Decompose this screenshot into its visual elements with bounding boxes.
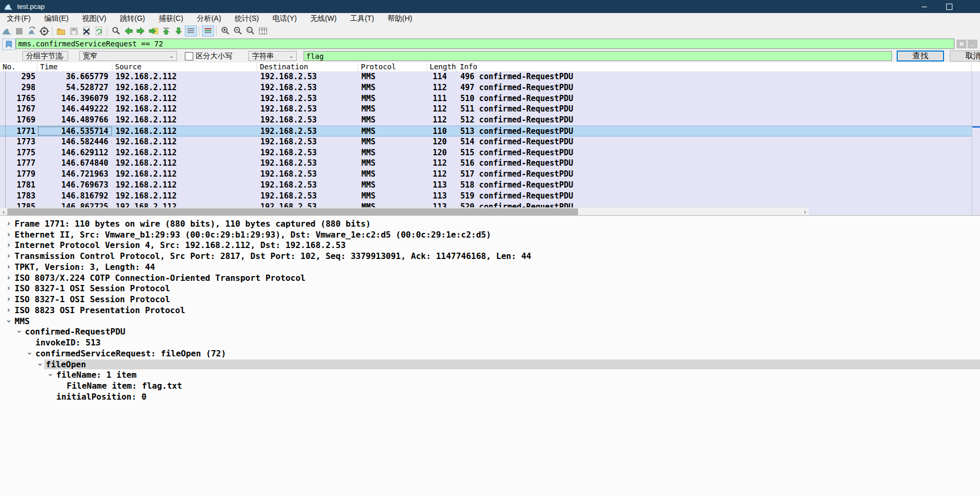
start-capture-icon[interactable] [1,26,12,36]
menu-item[interactable]: 捕获(C) [152,13,190,24]
expander-icon[interactable]: › [46,370,54,379]
detail-line[interactable]: › invokeID: 513 [0,337,980,348]
detail-line[interactable]: › MMS [0,316,980,327]
search-scope-select[interactable]: 分组字节流⌄ [22,51,68,61]
table-row[interactable]: 1785 146.862725 192.168.2.112 192.168.2.… [0,202,972,207]
detail-line[interactable]: › Frame 1771: 110 bytes on wire (880 bit… [0,218,980,229]
expander-icon[interactable]: › [4,241,13,249]
table-row[interactable]: 1783 146.816792 192.168.2.112 192.168.2.… [0,191,972,202]
table-row[interactable]: 298 54.528727 192.168.2.112 192.168.2.53… [0,82,972,93]
column-header[interactable]: Time [37,63,112,71]
detail-line[interactable]: › initialPosition: 0 [0,391,980,402]
column-header[interactable]: Destination [257,63,358,71]
filter-apply-button[interactable]: → [968,40,977,48]
detail-line[interactable]: › ISO 8327-1 OSI Session Protocol [0,283,980,294]
table-row[interactable]: 295 36.665779 192.168.2.112 192.168.2.53… [0,71,972,82]
cancel-button[interactable]: 取消 [950,51,980,61]
detail-line[interactable]: › confirmedServiceRequest: fileOpen (72) [0,348,980,359]
detail-line[interactable]: › ISO 8327-1 OSI Session Protocol [0,294,980,305]
find-button[interactable]: 查找 [897,51,944,61]
case-sensitive-checkbox[interactable] [185,52,193,60]
auto-scroll-toggle-icon[interactable] [185,26,197,36]
menu-item[interactable]: 文件(F) [0,13,37,24]
go-last-packet-icon[interactable] [172,26,184,36]
open-file-icon[interactable] [55,26,67,36]
expander-icon[interactable]: › [4,220,13,228]
expander-icon[interactable]: › [5,317,12,326]
expander-icon[interactable]: › [4,274,13,282]
column-header[interactable]: Source [112,63,257,71]
zoom-out-icon[interactable] [232,26,244,36]
table-row[interactable]: 1781 146.769673 192.168.2.112 192.168.2.… [0,180,972,191]
expander-icon[interactable]: › [4,263,13,271]
menu-item[interactable]: 统计(S) [228,13,266,24]
expander-icon[interactable]: › [4,306,13,314]
minimize-button[interactable]: ─ [912,0,936,13]
detail-line[interactable]: › Ethernet II, Src: Vmware_b1:29:93 (00:… [0,229,980,240]
expander-icon[interactable]: › [4,295,13,303]
menu-item[interactable]: 工具(T) [343,13,381,24]
go-previous-packet-icon[interactable] [122,26,134,36]
filter-clear-button[interactable]: ✕ [957,40,966,48]
maximize-button[interactable] [937,0,961,13]
menu-item[interactable]: 分析(A) [190,13,228,24]
menu-item[interactable]: 编辑(E) [37,13,76,24]
table-row[interactable]: 1773 146.582446 192.168.2.112 192.168.2.… [0,137,972,147]
search-input[interactable] [304,51,892,61]
menu-item[interactable]: 电话(Y) [266,13,304,24]
search-charset-select[interactable]: 宽窄⌄ [79,51,177,61]
scroll-left-icon[interactable]: ‹ [0,208,7,216]
save-file-icon[interactable] [68,26,80,36]
expander-icon[interactable]: › [15,327,23,336]
scroll-right-icon[interactable]: › [801,208,809,216]
menu-item[interactable]: 视图(V) [76,13,114,24]
column-header[interactable]: Protocol [358,63,427,71]
column-header[interactable]: Info [457,63,972,71]
go-to-packet-icon[interactable] [147,26,159,36]
packet-minimap-scrollbar[interactable] [972,71,980,215]
close-file-icon[interactable] [80,26,92,36]
search-type-select[interactable]: 字符串⌄ [248,51,297,61]
reload-file-icon[interactable] [93,26,105,36]
table-row[interactable]: 1767 146.449222 192.168.2.112 192.168.2.… [0,104,972,115]
expander-icon[interactable]: › [4,252,13,260]
table-row[interactable]: 1777 146.674840 192.168.2.112 192.168.2.… [0,158,972,169]
expander-icon[interactable]: › [26,349,33,358]
column-header[interactable]: Length [427,63,457,71]
expander-icon[interactable]: › [36,360,44,369]
zoom-reset-icon[interactable]: 1:1 [244,26,256,36]
table-row[interactable]: 1775 146.629112 192.168.2.112 192.168.2.… [0,147,972,158]
detail-line[interactable]: › TPKT, Version: 3, Length: 44 [0,262,980,272]
stop-capture-icon[interactable] [13,26,25,36]
go-first-packet-icon[interactable] [160,26,172,36]
detail-line[interactable]: › confirmed-RequestPDU [0,327,980,338]
colorize-toggle-icon[interactable] [202,26,214,36]
menu-item[interactable]: 无线(W) [304,13,344,24]
table-row[interactable]: 1769 146.489766 192.168.2.112 192.168.2.… [0,115,972,126]
menu-item[interactable]: 跳转(G) [113,13,152,24]
table-row[interactable]: 1771 146.535714 192.168.2.112 192.168.2.… [0,126,972,137]
detail-line[interactable]: › fileOpen [0,359,980,370]
find-packet-icon[interactable] [110,26,122,36]
detail-line[interactable]: › FileName item: flag.txt [0,380,980,391]
table-row[interactable]: 1765 146.396079 192.168.2.112 192.168.2.… [0,93,972,104]
detail-line[interactable]: › fileName: 1 item [0,370,980,381]
filter-bookmark-button[interactable] [2,39,16,50]
table-row[interactable]: 1779 146.721963 192.168.2.112 192.168.2.… [0,169,972,180]
horizontal-scrollbar[interactable]: ‹ › [0,207,809,216]
scrollbar-thumb[interactable] [7,208,578,215]
restart-capture-icon[interactable] [26,26,37,36]
detail-line[interactable]: › Internet Protocol Version 4, Src: 192.… [0,240,980,251]
menu-item[interactable]: 帮助(H) [381,13,419,24]
resize-columns-icon[interactable] [257,26,269,36]
detail-line[interactable]: › Transmission Control Protocol, Src Por… [0,251,980,262]
column-header[interactable]: No. [0,63,37,71]
go-next-packet-icon[interactable] [135,26,147,36]
zoom-in-icon[interactable] [219,26,231,36]
expander-icon[interactable]: › [4,284,13,292]
expander-icon[interactable]: › [4,231,13,239]
detail-line[interactable]: › ISO 8073/X.224 COTP Connection-Oriente… [0,272,980,283]
display-filter-input[interactable] [16,39,954,49]
detail-line[interactable]: › ISO 8823 OSI Presentation Protocol [0,305,980,316]
capture-options-icon[interactable] [38,26,50,36]
